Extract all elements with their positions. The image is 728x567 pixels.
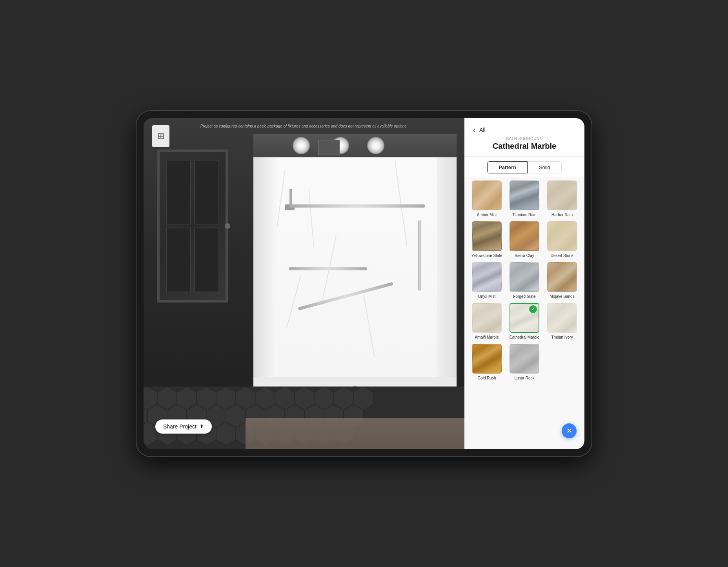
swatch-label-harbor-rain: Harbor Rain: [551, 212, 573, 217]
shower-area: [253, 134, 457, 401]
shower-walls: [253, 157, 457, 377]
swatch-onyx-mist[interactable]: Onyx Mist: [470, 262, 504, 299]
swatch-label-lunar-rock: Lunar Rock: [514, 376, 534, 381]
swatch-sierra-clay[interactable]: Sierra Clay: [508, 221, 541, 258]
door-panel: [160, 152, 226, 300]
swatch-desert-stone[interactable]: Desert Stone: [545, 221, 579, 258]
notice-bar: Project as configured contains a basic p…: [144, 122, 464, 129]
swatch-image-lunar-rock: [510, 344, 539, 374]
close-button[interactable]: ✕: [562, 423, 577, 438]
swatch-image-desert-stone: [547, 221, 577, 251]
swatch-image-yellowstone-slate: [472, 221, 502, 251]
swatch-label-amber-mist: Amber Mist: [477, 212, 497, 217]
door-inset-3: [166, 228, 191, 292]
marble-vein-6: [363, 294, 375, 356]
swatch-label-forged-slate: Forged Slate: [513, 294, 535, 299]
visualizer-panel: ⊞ Project as configured contains a basic…: [144, 118, 464, 449]
door-inset-1: [166, 160, 191, 224]
swatch-image-mojave-sands: [547, 262, 577, 292]
back-label: All: [479, 127, 486, 133]
swatch-label-amalfi-marble: Amalfi Marble: [475, 335, 499, 340]
swatches-scroll-area[interactable]: Amber Mist Titanium Rain Harbor Rain: [464, 177, 584, 449]
pattern-solid-toggle: Pattern Solid: [464, 157, 584, 177]
marble-vein-3: [321, 236, 337, 305]
swatch-image-amalfi-marble: [472, 303, 502, 333]
swatch-image-titanium-rain: [510, 180, 539, 210]
bathroom-floor: [144, 387, 464, 449]
shower-pipe: [289, 189, 292, 204]
tablet-frame: ⊞ Project as configured contains a basic…: [136, 111, 592, 456]
swatch-lunar-rock[interactable]: Lunar Rock: [508, 344, 541, 381]
swatch-label-yellowstone-slate: Yellowstone Slate: [471, 253, 502, 258]
panel-navigation: ‹ All: [472, 125, 577, 135]
close-icon: ✕: [566, 427, 572, 435]
share-icon: ⬆: [200, 423, 204, 429]
bath-mat: [246, 418, 464, 449]
bathroom-background: ⊞ Project as configured contains a basic…: [144, 118, 464, 449]
swatch-titanium-rain[interactable]: Titanium Rain: [508, 180, 541, 217]
grab-bar-horizontal-1: [289, 204, 425, 208]
swatch-amalfi-marble[interactable]: Amalfi Marble: [470, 303, 504, 340]
swatch-image-cathedral-marble: ✓: [510, 303, 539, 333]
back-arrow-icon: ‹: [473, 126, 475, 134]
door-area: [151, 149, 234, 318]
swatch-amber-mist[interactable]: Amber Mist: [470, 180, 504, 217]
swatch-label-titanium-rain: Titanium Rain: [512, 212, 536, 217]
share-button-label: Share Project: [163, 423, 197, 430]
swatch-forged-slate[interactable]: Forged Slate: [508, 262, 541, 299]
marble-vein-2: [308, 188, 314, 247]
swatch-image-onyx-mist: [472, 262, 502, 292]
swatch-image-gold-rush: [472, 344, 502, 374]
door-inset-2: [194, 160, 219, 224]
swatch-label-onyx-mist: Onyx Mist: [478, 294, 495, 299]
shower-light-1: [293, 137, 310, 154]
swatch-cathedral-marble[interactable]: ✓ Cathedral Marble: [508, 303, 541, 340]
door-frame: [157, 149, 228, 303]
swatch-yellowstone-slate[interactable]: Yellowstone Slate: [470, 221, 504, 258]
marble-vein-4: [395, 161, 407, 246]
shower-wall-left: [253, 157, 277, 377]
swatch-label-sierra-clay: Sierra Clay: [515, 253, 534, 258]
check-icon: ✓: [531, 306, 535, 312]
swatch-label-gold-rush: Gold Rush: [477, 376, 496, 381]
swatch-selected-check: ✓: [529, 305, 537, 313]
shower-wall-right: [437, 157, 457, 377]
share-project-button[interactable]: Share Project ⬆: [155, 419, 212, 434]
pattern-toggle-button[interactable]: Pattern: [487, 161, 528, 173]
swatch-mojave-sands[interactable]: Mojave Sands: [545, 262, 579, 299]
solid-toggle-button[interactable]: Solid: [528, 161, 562, 173]
marble-vein-1: [277, 169, 286, 247]
back-button[interactable]: ‹: [472, 125, 476, 135]
swatches-grid: Amber Mist Titanium Rain Harbor Rain: [470, 180, 579, 381]
swatch-theian-ivory[interactable]: Theian Ivory: [545, 303, 579, 340]
shower-ceiling: [253, 134, 457, 157]
notice-text: Project as configured contains a basic p…: [200, 124, 408, 128]
panel-subtitle: BATH SURROUND: [472, 137, 577, 141]
grab-bar-vertical-1: [418, 220, 421, 291]
swatch-image-sierra-clay: [510, 221, 539, 251]
door-inset-4: [194, 228, 219, 292]
swatch-label-cathedral-marble: Cathedral Marble: [510, 335, 540, 340]
swatch-harbor-rain[interactable]: Harbor Rain: [545, 180, 579, 217]
door-knob: [225, 223, 230, 229]
panel-header: ‹ All BATH SURROUND Cathedral Marble: [464, 118, 584, 157]
marble-vein-5: [286, 275, 301, 328]
shower-vent: [318, 140, 340, 155]
swatch-image-forged-slate: [510, 262, 539, 292]
swatch-image-theian-ivory: [547, 303, 577, 333]
swatch-image-harbor-rain: [547, 180, 577, 210]
swatch-label-desert-stone: Desert Stone: [551, 253, 573, 258]
grab-bar-horizontal-2: [289, 267, 367, 270]
material-selector-panel: ‹ All BATH SURROUND Cathedral Marble Pat…: [464, 118, 584, 449]
swatch-gold-rush[interactable]: Gold Rush: [470, 344, 504, 381]
swatch-label-mojave-sands: Mojave Sands: [550, 294, 574, 299]
panel-title: Cathedral Marble: [472, 142, 577, 151]
swatch-label-theian-ivory: Theian Ivory: [551, 335, 573, 340]
shower-light-3: [367, 137, 384, 154]
shower-wall-main: [277, 157, 437, 377]
logo-icon: ⊞: [157, 131, 164, 141]
grab-bar-diagonal: [298, 282, 393, 310]
tablet-screen: ⊞ Project as configured contains a basic…: [144, 118, 584, 449]
swatch-image-amber-mist: [472, 180, 502, 210]
